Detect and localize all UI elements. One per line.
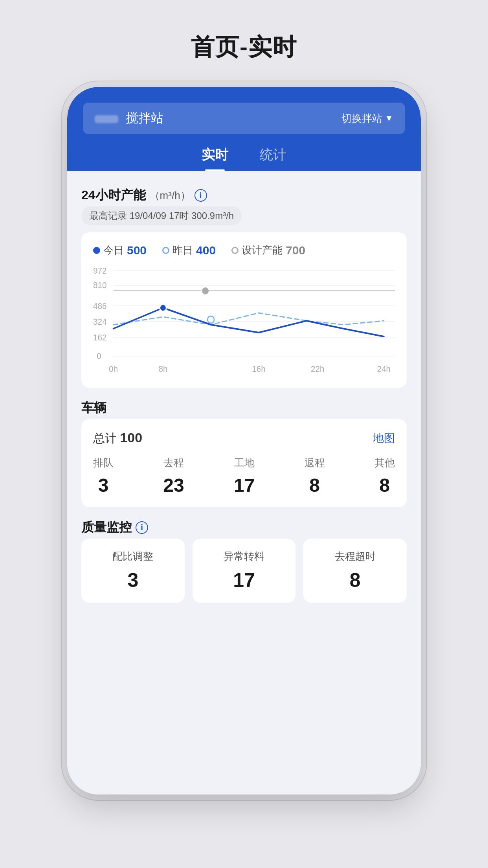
vehicle-stat-other: 其他 8 <box>374 456 395 496</box>
vehicle-stats: 排队 3 去程 23 工地 17 返程 8 <box>93 456 395 496</box>
tab-stats[interactable]: 统计 <box>260 146 286 171</box>
capacity-info-icon[interactable]: i <box>194 189 207 202</box>
station-name: 搅拌站 <box>95 110 163 127</box>
capacity-section: 24小时产能 （m³/h） i 最高记录 19/04/09 17时 300.9m… <box>81 187 407 388</box>
legend-design: 设计产能 700 <box>231 243 305 257</box>
svg-point-14 <box>160 304 167 311</box>
legend-dot-yesterday <box>162 247 169 254</box>
quality-section-title: 质量监控 i <box>81 519 407 536</box>
phone-header: 搅拌站 切换拌站 ▼ 实时 统计 <box>67 87 421 171</box>
map-link[interactable]: 地图 <box>373 431 395 446</box>
legend-dot-design <box>231 247 238 254</box>
capacity-legend: 今日 500 昨日 400 设计产能 700 <box>93 243 395 257</box>
legend-today: 今日 500 <box>93 243 147 257</box>
phone-content: 24小时产能 （m³/h） i 最高记录 19/04/09 17时 300.9m… <box>67 171 421 794</box>
phone-mockup: 搅拌站 切换拌站 ▼ 实时 统计 24小时产能 （m³/h） i <box>67 87 421 794</box>
tab-bar: 实时 统计 <box>83 146 405 171</box>
quality-info-icon[interactable]: i <box>136 521 148 534</box>
svg-text:0: 0 <box>97 351 101 361</box>
quality-cards: 配比调整 3 异常转料 17 去程超时 8 <box>81 539 407 603</box>
capacity-chart: 972 810 486 324 162 0 <box>93 267 395 377</box>
svg-text:486: 486 <box>93 301 106 311</box>
vehicle-header: 总计 100 地图 <box>93 430 395 447</box>
capacity-card: 今日 500 昨日 400 设计产能 700 <box>81 232 407 388</box>
station-blur <box>95 115 118 123</box>
station-bar[interactable]: 搅拌站 切换拌站 ▼ <box>83 103 405 134</box>
vehicle-stat-queue: 排队 3 <box>93 456 114 496</box>
svg-point-15 <box>207 316 214 323</box>
vehicle-card: 总计 100 地图 排队 3 去程 23 工地 <box>81 419 407 507</box>
vehicle-section-title: 车辆 <box>81 399 407 417</box>
legend-dot-today <box>93 247 100 254</box>
svg-text:8h: 8h <box>158 364 167 374</box>
svg-text:22h: 22h <box>311 364 324 374</box>
quality-card-abnormal: 异常转料 17 <box>193 539 296 603</box>
chart-svg: 972 810 486 324 162 0 <box>93 267 395 377</box>
svg-text:24h: 24h <box>377 364 391 374</box>
quality-card-timeout: 去程超时 8 <box>303 539 407 603</box>
capacity-record: 最高记录 19/04/09 17时 300.9m³/h <box>81 206 242 225</box>
vehicle-stat-site: 工地 17 <box>234 456 255 496</box>
tab-realtime[interactable]: 实时 <box>202 146 228 171</box>
svg-point-13 <box>202 287 209 295</box>
vehicle-stat-return: 返程 8 <box>305 456 325 496</box>
svg-text:0h: 0h <box>109 364 118 374</box>
quality-card-ratio: 配比调整 3 <box>81 539 185 603</box>
vehicle-total: 总计 100 <box>93 430 142 447</box>
svg-text:162: 162 <box>93 333 106 342</box>
svg-text:972: 972 <box>93 267 106 276</box>
vehicle-stat-outbound: 去程 23 <box>163 456 184 496</box>
capacity-section-title: 24小时产能 （m³/h） i <box>81 187 407 204</box>
chevron-down-icon: ▼ <box>385 113 393 123</box>
quality-section: 质量监控 i 配比调整 3 异常转料 17 去程超时 8 <box>81 519 407 603</box>
page-title: 首页-实时 <box>191 31 297 63</box>
svg-text:810: 810 <box>93 280 107 290</box>
vehicle-section: 车辆 总计 100 地图 排队 3 去程 2 <box>81 399 407 507</box>
legend-yesterday: 昨日 400 <box>162 243 216 257</box>
switch-station-button[interactable]: 切换拌站 ▼ <box>341 112 393 125</box>
svg-text:324: 324 <box>93 317 107 327</box>
svg-text:16h: 16h <box>252 364 265 374</box>
